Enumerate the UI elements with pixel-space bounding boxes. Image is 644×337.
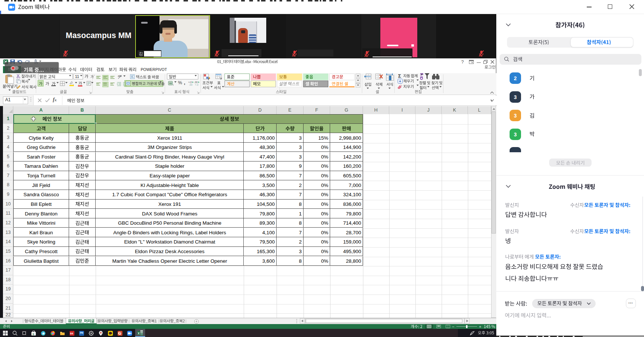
svg-text:64: 64 [70,332,73,335]
svg-text:+.0: +.0 [195,84,199,86]
svg-text:.00: .00 [189,84,192,86]
svg-text:ab: ab [118,74,121,78]
svg-text:S: S [32,333,34,336]
svg-text:W: W [169,82,172,85]
svg-text:P: P [119,331,121,335]
svg-text:ƒ: ƒ [208,77,210,80]
